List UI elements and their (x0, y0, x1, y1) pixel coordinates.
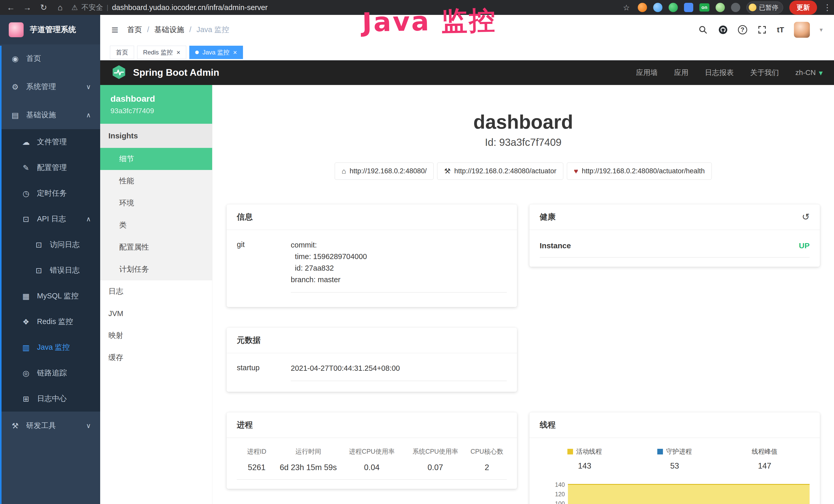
sba-app-block[interactable]: dashboard 93a3fc7f7409 (100, 85, 212, 124)
sidebar-item-label: Java 监控 (37, 342, 70, 352)
sba-item-scheduled-tasks[interactable]: 计划任务 (100, 258, 212, 280)
sidebar-item-file-management[interactable]: ☁ 文件管理 (0, 129, 100, 155)
sba-nav-about[interactable]: 关于我们 (750, 68, 779, 77)
extension-icon-dark[interactable] (731, 3, 740, 12)
sba-item-jvm[interactable]: JVM (100, 302, 212, 324)
sba-item-caches[interactable]: 缓存 (100, 347, 212, 369)
profile-paused-pill[interactable]: 已暂停 (746, 2, 783, 14)
extension-icon-grid[interactable] (684, 3, 693, 12)
sba-item-mappings[interactable]: 映射 (100, 324, 212, 347)
sba-item-details[interactable]: 细节 (100, 148, 212, 170)
breadcrumb-infrastructure[interactable]: 基础设施 (154, 25, 184, 35)
sidebar-item-config-management[interactable]: ✎ 配置管理 (0, 155, 100, 181)
font-size-icon[interactable]: tT (777, 25, 784, 34)
instance-links: ⌂ http://192.168.0.2:48080/ ⚒ http://192… (226, 162, 820, 180)
sba-brand-title[interactable]: Spring Boot Admin (133, 67, 219, 78)
infrastructure-submenu: ☁ 文件管理 ✎ 配置管理 ◷ 定时任务 ⊡ API 日志 ∧ ⊡ (0, 129, 100, 412)
browser-home-icon[interactable]: ⌂ (55, 3, 65, 12)
legend-daemon-threads: 守护进程 (630, 447, 720, 456)
screen: ← → ↻ ⌂ ⚠ 不安全 | dashboard.yudao.iocoder.… (0, 0, 834, 504)
close-icon[interactable]: × (233, 49, 237, 56)
tab-home[interactable]: 首页 (110, 46, 134, 59)
sidebar-item-home[interactable]: ◉ 首页 (0, 44, 100, 73)
sba-item-logs[interactable]: 日志 (100, 280, 212, 302)
actuator-url-button[interactable]: ⚒ http://192.168.0.2:48080/actuator (437, 162, 563, 180)
github-icon[interactable] (718, 25, 728, 35)
sidebar-item-label: 系统管理 (26, 82, 56, 92)
breadcrumb-home[interactable]: 首页 (127, 25, 142, 35)
switch-on-extension-icon[interactable]: on (699, 3, 709, 12)
url-text[interactable]: dashboard.yudao.iocoder.cn/infra/admin-s… (112, 3, 268, 12)
update-button[interactable]: 更新 (789, 1, 817, 15)
sba-item-metrics[interactable]: 性能 (100, 170, 212, 192)
log-icon: ⊡ (34, 266, 44, 275)
sba-nav-applications[interactable]: 应用 (674, 68, 688, 77)
instance-title: dashboard (226, 111, 820, 133)
address-bar[interactable]: ⚠ 不安全 | dashboard.yudao.iocoder.cn/infra… (71, 3, 615, 12)
threads-card-header: 线程 (529, 412, 820, 438)
hamburger-icon[interactable]: ≡ (111, 23, 118, 37)
extension-icon-green[interactable] (668, 3, 678, 12)
help-icon[interactable]: ? (738, 25, 747, 35)
tag-tab-bar: 首页 Redis 监控 × Java 监控 × (100, 44, 834, 60)
metadata-card-header: 元数据 (226, 328, 517, 353)
admin-sidebar: 芋道管理系统 ◉ 首页 ⚙ 系统管理 ∨ ▤ 基础设施 ∧ ☁ 文件管理 (0, 15, 100, 504)
breadcrumb: 首页 / 基础设施 / Java 监控 (127, 25, 229, 35)
close-icon[interactable]: × (176, 49, 180, 56)
sidebar-item-redis-monitor[interactable]: ❖ Redis 监控 (0, 309, 100, 335)
extension-icon-leaf[interactable] (716, 3, 725, 12)
search-icon[interactable] (698, 25, 708, 35)
sidebar-item-error-logs[interactable]: ⊡ 错误日志 (0, 257, 100, 283)
sba-item-environment[interactable]: 环境 (100, 192, 212, 214)
browser-menu-icon[interactable]: ⋮ (823, 3, 828, 12)
y-tick: 140 (555, 481, 565, 488)
y-tick: 120 (555, 491, 565, 498)
back-icon[interactable]: ← (6, 3, 16, 12)
face-icon (749, 4, 756, 11)
sba-item-configprops[interactable]: 配置属性 (100, 236, 212, 258)
health-row[interactable]: Instance UP (540, 239, 810, 257)
sidebar-item-label: 基础设施 (26, 110, 56, 120)
user-avatar[interactable] (794, 22, 810, 38)
paused-label: 已暂停 (759, 3, 778, 12)
sidebar-item-java-monitor[interactable]: ▥ Java 监控 (0, 335, 100, 360)
history-icon[interactable]: ↺ (802, 211, 810, 222)
document-icon: ⊡ (21, 215, 31, 224)
sidebar-item-scheduled-jobs[interactable]: ◷ 定时任务 (0, 181, 100, 206)
tab-redis-monitor[interactable]: Redis 监控 × (137, 46, 186, 59)
avatar-caret-icon[interactable]: ▾ (820, 26, 823, 33)
app-title: 芋道管理系统 (30, 24, 76, 35)
forward-icon[interactable]: → (22, 3, 32, 12)
sidebar-item-infrastructure[interactable]: ▤ 基础设施 ∧ (0, 101, 100, 129)
tab-java-monitor[interactable]: Java 监控 × (189, 46, 243, 59)
sidebar-item-label: 研发工具 (26, 420, 56, 431)
sidebar-item-dev-tools[interactable]: ⚒ 研发工具 ∨ (0, 412, 100, 440)
sba-nav: 应用墙 应用 日志报表 关于我们 zh-CN ▾ (636, 68, 823, 77)
monitor-icon: ▤ (10, 111, 20, 120)
sidebar-item-mysql-monitor[interactable]: ▦ MySQL 监控 (0, 283, 100, 309)
bookmark-star-icon[interactable]: ☆ (621, 3, 632, 12)
legend-peak-threads: 线程峰值 (720, 447, 810, 456)
health-url-button[interactable]: ♥ http://192.168.0.2:48080/actuator/heal… (567, 162, 712, 180)
sba-nav-wallboard[interactable]: 应用墙 (636, 68, 658, 77)
locale-selector[interactable]: zh-CN ▾ (795, 68, 823, 77)
extension-icon-orange[interactable] (638, 3, 647, 12)
fullscreen-icon[interactable] (757, 25, 767, 35)
tools-icon: ⚒ (10, 421, 20, 430)
sidebar-scrollbar[interactable] (0, 46, 2, 504)
sidebar-item-system[interactable]: ⚙ 系统管理 ∨ (0, 73, 100, 101)
sba-nav-journal[interactable]: 日志报表 (705, 68, 734, 77)
service-url-button[interactable]: ⌂ http://192.168.0.2:48080/ (335, 162, 434, 180)
sidebar-item-access-logs[interactable]: ⊡ 访问日志 (0, 232, 100, 257)
process-underline (237, 479, 507, 480)
info-value: commit: time: 1596289704000 id: 27aa832 … (291, 239, 507, 293)
sidebar-item-tracing[interactable]: ◎ 链路追踪 (0, 360, 100, 386)
app-logo[interactable]: 芋道管理系统 (0, 15, 100, 44)
reload-icon[interactable]: ↻ (39, 3, 49, 12)
extension-icon-blue[interactable] (653, 3, 662, 12)
sidebar-item-log-center[interactable]: ⊞ 日志中心 (0, 386, 100, 412)
sba-item-classes[interactable]: 类 (100, 214, 212, 236)
process-col-header: CPU核心数 (467, 447, 507, 456)
sidebar-item-api-logs[interactable]: ⊡ API 日志 ∧ (0, 206, 100, 232)
detail-cards: 信息 git commit: time: 1596289704000 id: 2… (226, 204, 820, 504)
